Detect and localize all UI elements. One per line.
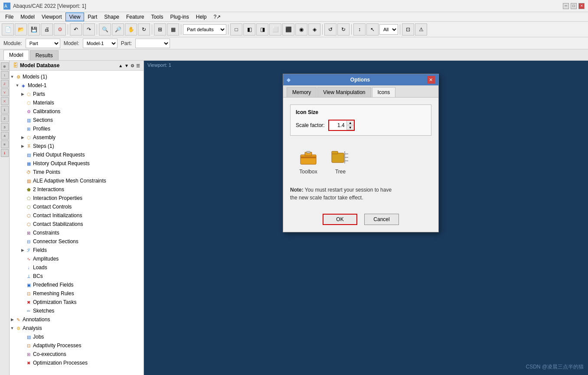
tree-collapse-btn[interactable]: ▲ [118, 63, 123, 68]
tb10[interactable]: ↕ [353, 23, 366, 36]
tree-loads[interactable]: ↓ Loads [20, 263, 144, 272]
part-defaults-dropdown[interactable]: Part defaults [183, 24, 226, 35]
tb8[interactable]: ↺ [324, 23, 336, 36]
tree-optim[interactable]: ✖ Optimization Tasks [20, 298, 144, 307]
tree-assembly[interactable]: ▶ ⬡ Assembly [20, 133, 144, 142]
tree-parts[interactable]: ▶ ⬡ Parts [20, 90, 144, 98]
tree-profiles[interactable]: ⊞ Profiles [20, 124, 144, 133]
tree-steps[interactable]: ▶ ⧖ Steps (1) [20, 142, 144, 150]
menu-tools[interactable]: Tools [147, 13, 167, 21]
tree-fields[interactable]: ▶ ℱ Fields [20, 246, 144, 254]
tree-predef-fields[interactable]: ▣ Predefined Fields [20, 280, 144, 289]
tb5[interactable]: ⬛ [282, 23, 294, 36]
tree-constraints[interactable]: ⊠ Constraints [20, 228, 144, 237]
left-btn-6[interactable]: 1 [1, 106, 9, 114]
tree-sections[interactable]: ▥ Sections [20, 116, 144, 124]
dialog-close-button[interactable]: ✕ [427, 76, 435, 84]
spin-down-button[interactable]: ▼ [347, 125, 354, 130]
tree-expand-btn[interactable]: ▼ [124, 63, 129, 68]
left-btn-7[interactable]: 2 [1, 114, 9, 122]
tree-analysis[interactable]: ▼ ⚙ Analysis [10, 324, 144, 333]
menu-help[interactable]: Help [193, 13, 210, 21]
left-btn-9[interactable]: 4 [1, 132, 9, 140]
left-btn-5[interactable]: X [1, 97, 9, 105]
tb1[interactable]: □ [230, 23, 242, 36]
tree-remeshing[interactable]: ⊡ Remeshing Rules [20, 289, 144, 298]
menu-file[interactable]: File [2, 13, 17, 21]
tb6[interactable]: ◉ [295, 23, 307, 36]
tb7[interactable]: ◈ [308, 23, 320, 36]
tree-interactions[interactable]: ⬟ 2 Interactions [20, 185, 144, 194]
menu-model[interactable]: Model [17, 13, 38, 21]
new-btn[interactable]: 📄 [2, 23, 14, 36]
minimize-button[interactable]: ─ [563, 3, 569, 9]
tree-contact-stab[interactable]: ⬡ Contact Stabilizations [20, 220, 144, 228]
tb9[interactable]: ↻ [337, 23, 350, 36]
menu-question[interactable]: ?↗ [210, 13, 224, 21]
print-btn[interactable]: 🖨 [41, 23, 53, 36]
cursor[interactable]: ↖ [366, 23, 379, 36]
tree-sketches[interactable]: ✏ Sketches [20, 307, 144, 315]
menu-plugins[interactable]: Plug-ins [167, 13, 192, 21]
left-btn-1[interactable]: ⊕ [1, 62, 9, 70]
tree-optim-proc[interactable]: ✖ Optimization Processes [20, 359, 144, 367]
zoom-out[interactable]: 🔎 [112, 23, 124, 36]
results-tab[interactable]: Results [30, 50, 59, 60]
menu-part[interactable]: Part [84, 13, 101, 21]
tree-calibrations[interactable]: ⚙ Calibrations [20, 107, 144, 116]
view2[interactable]: ▦ [167, 23, 179, 36]
menu-shape[interactable]: Shape [101, 13, 123, 21]
tab-view-manipulation[interactable]: View Manipulation [317, 87, 371, 97]
left-btn-2[interactable]: ↕ [1, 71, 9, 79]
pan[interactable]: ✋ [125, 23, 137, 36]
pref-btn[interactable]: ⚙ [54, 23, 66, 36]
tree-interaction-props[interactable]: ⬠ Interaction Properties [20, 194, 144, 202]
open-btn[interactable]: 📂 [15, 23, 27, 36]
tb12[interactable]: ⚠ [415, 23, 427, 36]
left-btn-10[interactable]: ≡ [1, 140, 9, 148]
close-button[interactable]: ✕ [578, 3, 585, 9]
rotate[interactable]: ↻ [138, 23, 150, 36]
redo-btn[interactable]: ↷ [83, 23, 95, 36]
tree-models-root[interactable]: ▼ ⚙ Models (1) [10, 72, 144, 81]
tree-materials[interactable]: ⬡ Materials [20, 98, 144, 107]
tree-co-exec[interactable]: ⊞ Co-executions [20, 350, 144, 359]
scale-factor-input[interactable] [329, 121, 346, 130]
left-btn-4[interactable]: Y [1, 88, 9, 96]
tb4[interactable]: ⬜ [269, 23, 281, 36]
tb11[interactable]: ⊡ [402, 23, 414, 36]
zoom-in[interactable]: 🔍 [99, 23, 111, 36]
menu-view[interactable]: View [65, 13, 85, 21]
module-dropdown[interactable]: Part [26, 39, 60, 48]
tree-connector-sections[interactable]: ⊟ Connector Sections [20, 237, 144, 246]
view1[interactable]: ⊞ [154, 23, 166, 36]
model-tab[interactable]: Model [3, 50, 29, 60]
tree-ale[interactable]: ▧ ALE Adaptive Mesh Constraints [20, 176, 144, 185]
tree-model1[interactable]: ▼ ◈ Model-1 [10, 81, 144, 90]
part-dropdown[interactable] [135, 39, 170, 48]
tree-contact-init[interactable]: ⬡ Contact Initializations [20, 211, 144, 220]
tab-icons[interactable]: Icons [372, 87, 396, 97]
spin-up-button[interactable]: ▲ [347, 121, 354, 125]
tree-adaptivity[interactable]: ⊡ Adaptivity Processes [20, 341, 144, 350]
tree-field-output[interactable]: ▤ Field Output Requests [20, 150, 144, 159]
save-btn[interactable]: 💾 [28, 23, 40, 36]
cancel-button[interactable]: Cancel [364, 214, 399, 225]
tree-jobs[interactable]: ▤ Jobs [20, 333, 144, 341]
menu-feature[interactable]: Feature [123, 13, 147, 21]
tree-contact-controls[interactable]: ⬡ Contact Controls [20, 202, 144, 211]
all-dropdown[interactable]: All [379, 24, 398, 35]
left-btn-8[interactable]: 3 [1, 123, 9, 131]
ok-button[interactable]: OK [323, 214, 357, 225]
tree-amplitudes[interactable]: ∿ Amplitudes [20, 254, 144, 263]
maximize-button[interactable]: □ [571, 3, 577, 9]
tree-options-btn[interactable]: ☰ [136, 63, 140, 68]
tree-bcs[interactable]: ⊥ BCs [20, 272, 144, 280]
tree-filter-btn[interactable]: ⚙ [131, 63, 134, 68]
left-btn-3[interactable]: Z [1, 80, 9, 88]
tree-annotations[interactable]: ▶ ✎ Annotations [10, 315, 144, 324]
tab-memory[interactable]: Memory [287, 87, 317, 97]
model-dropdown[interactable]: Model-1 [83, 39, 118, 48]
undo-btn[interactable]: ↶ [70, 23, 82, 36]
menu-viewport[interactable]: Viewport [38, 13, 65, 21]
